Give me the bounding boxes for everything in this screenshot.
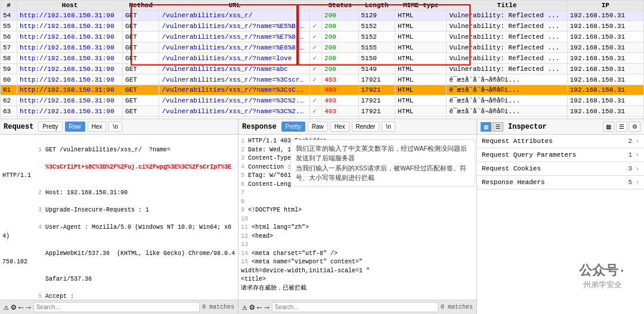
table-row[interactable]: 55 http://192.168.150.31:90 GET /vulnera… — [1, 21, 644, 32]
cell-title: ê¯æ±å¨å¨å¬å®å©i... — [447, 117, 567, 120]
arrow-left-icon[interactable]: ← — [18, 303, 23, 312]
response-arrow-left-icon[interactable]: ← — [257, 303, 262, 312]
response-tab-hex[interactable]: Hex — [330, 122, 349, 132]
cell-title: ê¯æ±å¨å¨å¬å®å©i... — [447, 74, 567, 85]
watermark-icon: 公众号· — [579, 262, 626, 279]
watermark: 公众号· 州弟学安全 — [579, 262, 626, 290]
cell-length: 17921 — [358, 106, 395, 117]
table-row[interactable]: 59 http://192.168.150.31:90 GET /vulnera… — [1, 64, 644, 74]
request-panel-title: Request — [4, 123, 33, 131]
request-search-input[interactable] — [33, 302, 200, 312]
cell-check: ✓ — [310, 64, 322, 74]
table-row[interactable]: 60 http://192.168.150.31:90 GET /vulnera… — [1, 74, 644, 85]
inspector-row-label: Request Query Parameters — [482, 151, 628, 158]
inspector-row[interactable]: Request Attributes 2 › — [477, 135, 644, 148]
col-url: URL — [159, 1, 310, 11]
chevron-right-icon: › — [636, 166, 639, 172]
request-content: 1 GET /vulnerabilities/xss_r/ ?name= %3C… — [0, 135, 238, 300]
cell-id: 61 — [1, 85, 17, 95]
cell-method: GET — [123, 95, 159, 106]
grid-view-btn[interactable]: ▦ — [481, 122, 491, 132]
col-id: # — [1, 1, 17, 11]
cell-url: /vulnerabilities/xss_r/?name=%27%2... — [159, 117, 310, 120]
cell-check: ✓ — [310, 42, 322, 53]
cell-check — [310, 11, 322, 21]
table-row[interactable]: 62 http://192.168.150.31:90 GET /vulnera… — [1, 95, 644, 106]
settings-icon[interactable]: ⚙ — [11, 302, 16, 312]
cell-host: http://192.168.150.31:90 — [17, 74, 123, 85]
request-panel-header: Request Pretty Raw Hex \n — [0, 119, 238, 135]
inspector-row-label: Request Attributes — [482, 138, 628, 145]
table-row[interactable]: 57 http://192.168.150.31:90 GET /vulnera… — [1, 42, 644, 53]
request-tab-hex[interactable]: Hex — [88, 122, 107, 132]
inspector-row-count: 1 — [628, 151, 632, 158]
cell-method: GET — [123, 42, 159, 53]
table-row[interactable]: 64 http://192.168.150.31:90 GET /vulnera… — [1, 117, 644, 120]
cell-url: /vulnerabilities/xss_r/?name=%E7%8... — [159, 32, 310, 42]
cell-ip: 192.168.150.31 — [567, 106, 643, 117]
watermark-name: 州弟学安全 — [579, 279, 626, 290]
cell-check: ✓ — [310, 106, 322, 117]
request-tab-newline[interactable]: \n — [109, 122, 122, 132]
cell-title: ê¯æ±å¨å¨å¬å®å©i... — [447, 106, 567, 117]
inspector-row[interactable]: Response Headers 5 › — [477, 176, 644, 189]
request-tab-raw[interactable]: Raw — [65, 122, 85, 132]
inspector-list-btn[interactable]: ☰ — [616, 122, 627, 132]
cell-url: /vulnerabilities/xss_r/ — [159, 11, 310, 21]
col-mime: MIME type — [395, 1, 446, 11]
cell-check: ✓ — [310, 95, 322, 106]
cell-ip: 192.168.150.31 — [567, 53, 643, 64]
cell-mime: HTML — [395, 21, 446, 32]
cell-status: 403 — [322, 117, 358, 120]
inspector-settings-btn[interactable]: ⚙ — [629, 122, 640, 132]
response-matches-label: 0 matches — [441, 304, 473, 310]
cell-title: Vulnerability: Reflected ... — [447, 21, 567, 32]
warning-icon[interactable]: ⚠ — [4, 302, 8, 312]
response-tab-raw[interactable]: Raw — [308, 122, 328, 132]
cell-length: 5152 — [358, 32, 395, 42]
inspector-toolbar: ▦ ☰ ⚙ — [603, 122, 640, 132]
col-check — [310, 1, 322, 11]
inspector-grid-btn[interactable]: ▦ — [603, 122, 614, 132]
inspector-panel: ▦ ☰ Inspector ▦ ☰ ⚙ Request Attributes 2… — [477, 119, 644, 314]
table-row[interactable]: 58 http://192.168.150.31:90 GET /vulnera… — [1, 53, 644, 64]
response-arrow-right-icon[interactable]: → — [264, 303, 269, 312]
inspector-row[interactable]: Request Cookies 3 › — [477, 162, 644, 175]
response-warning-icon[interactable]: ⚠ — [242, 302, 247, 312]
cell-status: 403 — [322, 95, 358, 106]
request-tab-pretty[interactable]: Pretty — [38, 122, 62, 132]
cell-length: 5129 — [358, 11, 395, 21]
table-row[interactable]: 61 http://192.168.150.31:90 GET /vulnera… — [1, 85, 644, 95]
cell-id: 62 — [1, 95, 17, 106]
cell-host: http://192.168.150.31:90 — [17, 32, 123, 42]
table-row[interactable]: 54 http://192.168.150.31:90 GET /vulnera… — [1, 11, 644, 21]
inspector-row[interactable]: Request Query Parameters 1 › — [477, 148, 644, 161]
cell-check: ✓ — [310, 74, 322, 85]
inspector-section: Request Query Parameters 1 › — [477, 148, 644, 162]
response-search-input[interactable] — [272, 302, 438, 312]
cell-id: 58 — [1, 53, 17, 64]
cell-length: 5155 — [358, 42, 395, 53]
response-tab-newline[interactable]: \n — [382, 122, 395, 132]
cell-id: 56 — [1, 32, 17, 42]
cell-mime: HTML — [395, 95, 446, 106]
inspector-row-count: 2 — [628, 138, 632, 145]
cell-url: /vulnerabilities/xss_r/?name=%E6%8... — [159, 42, 310, 53]
cell-id: 64 — [1, 117, 17, 120]
table-row[interactable]: 63 http://192.168.150.31:90 GET /vulnera… — [1, 106, 644, 117]
cell-length: 5150 — [358, 53, 395, 64]
cell-status: 200 — [322, 32, 358, 42]
cell-id: 59 — [1, 64, 17, 74]
cell-method: GET — [123, 74, 159, 85]
list-view-btn[interactable]: ☰ — [493, 122, 503, 132]
traffic-table: # Host Method URL Status Length MIME typ… — [0, 0, 644, 119]
response-settings-icon[interactable]: ⚙ — [249, 302, 254, 312]
response-tab-pretty[interactable]: Pretty — [281, 122, 305, 132]
cell-mime: HTML — [395, 64, 446, 74]
arrow-right-icon[interactable]: → — [26, 303, 30, 312]
inspector-row-label: Request Cookies — [482, 165, 628, 172]
inspector-section: Request Cookies 3 › — [477, 162, 644, 176]
response-tab-render[interactable]: Render — [352, 122, 380, 132]
table-row[interactable]: 56 http://192.168.150.31:90 GET /vulnera… — [1, 32, 644, 42]
cell-host: http://192.168.150.31:90 — [17, 85, 123, 95]
